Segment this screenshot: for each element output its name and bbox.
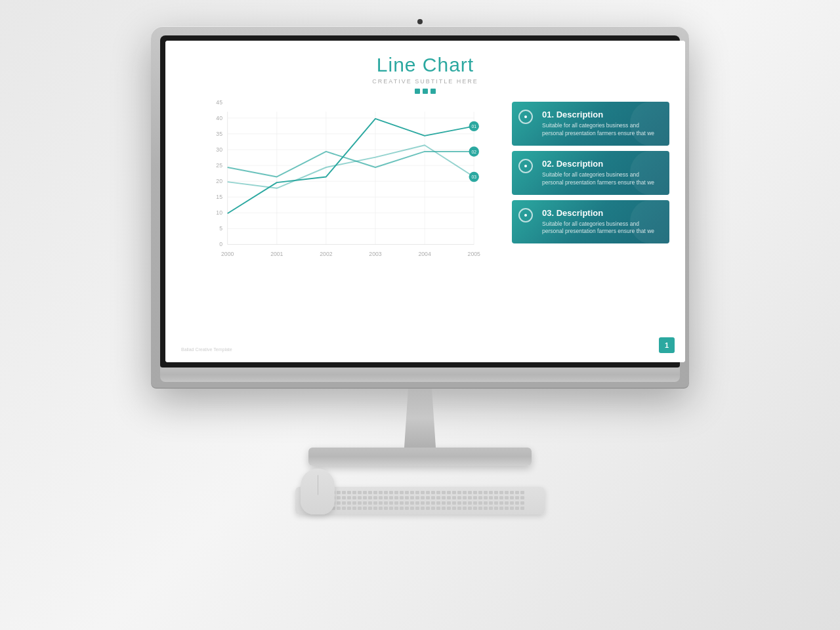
svg-text:0: 0 bbox=[219, 241, 222, 247]
keyboard-key bbox=[468, 507, 472, 510]
keyboard-key bbox=[452, 491, 456, 494]
keyboard-key bbox=[421, 491, 425, 494]
keyboard-key bbox=[468, 501, 472, 505]
keyboard-key bbox=[426, 501, 430, 505]
keyboard-key bbox=[379, 491, 383, 494]
monitor-stand-neck bbox=[381, 388, 459, 448]
keyboard-key bbox=[368, 496, 372, 499]
svg-text:10: 10 bbox=[216, 209, 222, 216]
keyboard-key bbox=[421, 501, 425, 505]
keyboard-key bbox=[478, 491, 482, 494]
desc-text-1: Suitable for all categories business and… bbox=[542, 122, 660, 138]
keyboard-key bbox=[342, 507, 346, 510]
svg-text:02: 02 bbox=[471, 150, 476, 154]
keyboard-key bbox=[494, 496, 498, 499]
keyboard-key bbox=[384, 507, 388, 510]
keyboard-key bbox=[405, 496, 409, 499]
slide-main-title: Line Chart bbox=[181, 54, 669, 76]
title-dot-2 bbox=[423, 89, 428, 94]
keyboard-key bbox=[431, 496, 435, 499]
slide-title-area: Line Chart Creative Subtitle Here bbox=[181, 54, 669, 94]
title-dots bbox=[181, 89, 669, 94]
keyboard-key bbox=[410, 496, 414, 499]
keyboard-key bbox=[405, 501, 409, 505]
keyboard-key bbox=[463, 496, 467, 499]
keyboard-key bbox=[478, 507, 482, 510]
keyboard-key bbox=[442, 491, 446, 494]
keyboard-key bbox=[421, 507, 425, 510]
keyboard-key bbox=[520, 491, 524, 494]
keyboard-key bbox=[510, 507, 514, 510]
keyboard-key bbox=[499, 501, 503, 505]
desc-badge-1 bbox=[518, 110, 533, 124]
keyboard-key bbox=[499, 491, 503, 494]
keyboard-key bbox=[489, 496, 493, 499]
keyboard-key bbox=[484, 507, 488, 510]
keyboard-key bbox=[515, 496, 519, 499]
monitor-bottom-bar bbox=[160, 368, 680, 382]
keyboard-key bbox=[358, 501, 362, 505]
keyboard-key bbox=[478, 496, 482, 499]
keyboard-key bbox=[484, 496, 488, 499]
desc-card-inner-3: 03. Description Suitable for all categor… bbox=[521, 208, 660, 236]
svg-text:2005: 2005 bbox=[468, 251, 480, 257]
keyboard-key bbox=[363, 491, 367, 494]
keyboard-key bbox=[436, 507, 440, 510]
keyboard-key bbox=[484, 491, 488, 494]
keyboard-key bbox=[489, 507, 493, 510]
keyboard-key bbox=[510, 501, 514, 505]
slide-footer: Ballad Creative Template bbox=[181, 347, 232, 352]
desc-card-1: 01. Description Suitable for all categor… bbox=[512, 102, 669, 146]
keyboard-key bbox=[510, 491, 514, 494]
svg-text:2001: 2001 bbox=[270, 251, 283, 257]
keyboard-key bbox=[342, 501, 346, 505]
keyboard-key bbox=[431, 507, 435, 510]
keyboard-key bbox=[337, 496, 341, 499]
monitor-stand-base bbox=[308, 448, 532, 466]
keyboard-key bbox=[368, 501, 372, 505]
svg-text:20: 20 bbox=[216, 178, 222, 184]
keyboard-key bbox=[426, 507, 430, 510]
keyboard-key bbox=[499, 507, 503, 510]
title-dot-1 bbox=[415, 89, 420, 94]
keyboard-key bbox=[436, 496, 440, 499]
keyboard-key bbox=[415, 496, 419, 499]
keyboard-key bbox=[389, 507, 393, 510]
keyboard-key bbox=[389, 491, 393, 494]
keyboard-key bbox=[400, 491, 404, 494]
keyboard-key bbox=[415, 491, 419, 494]
keyboard-key bbox=[442, 501, 446, 505]
keyboard-key bbox=[505, 507, 509, 510]
desc-text-3: Suitable for all categories business and… bbox=[542, 220, 660, 236]
keyboard-key bbox=[494, 507, 498, 510]
keyboard-key bbox=[358, 496, 362, 499]
keyboard-key bbox=[394, 507, 398, 510]
keyboard-key bbox=[436, 501, 440, 505]
desc-card-2: 02. Description Suitable for all categor… bbox=[512, 151, 669, 195]
svg-text:5: 5 bbox=[219, 225, 222, 232]
keyboard-key bbox=[342, 496, 346, 499]
keyboard-key bbox=[415, 507, 419, 510]
keyboard-key bbox=[363, 501, 367, 505]
keyboard-key bbox=[337, 501, 341, 505]
desc-card-inner-1: 01. Description Suitable for all categor… bbox=[521, 110, 660, 138]
svg-text:35: 35 bbox=[216, 131, 222, 137]
scene: Line Chart Creative Subtitle Here bbox=[0, 0, 840, 630]
desc-card-inner-2: 02. Description Suitable for all categor… bbox=[521, 159, 660, 187]
keyboard-key bbox=[515, 501, 519, 505]
svg-text:25: 25 bbox=[216, 162, 222, 169]
keyboard-key bbox=[379, 507, 383, 510]
keyboard-key bbox=[421, 496, 425, 499]
keyboard-key bbox=[352, 496, 356, 499]
keyboard-key bbox=[442, 507, 446, 510]
keyboard-key bbox=[394, 496, 398, 499]
keyboard-key bbox=[452, 507, 456, 510]
keyboard-key bbox=[468, 491, 472, 494]
keyboard-key bbox=[463, 507, 467, 510]
keyboard-key bbox=[358, 507, 362, 510]
keyboard-key bbox=[473, 501, 477, 505]
keyboard-key bbox=[473, 496, 477, 499]
keyboard-key bbox=[520, 496, 524, 499]
keyboard-keys bbox=[316, 491, 524, 511]
keyboard-key bbox=[515, 491, 519, 494]
